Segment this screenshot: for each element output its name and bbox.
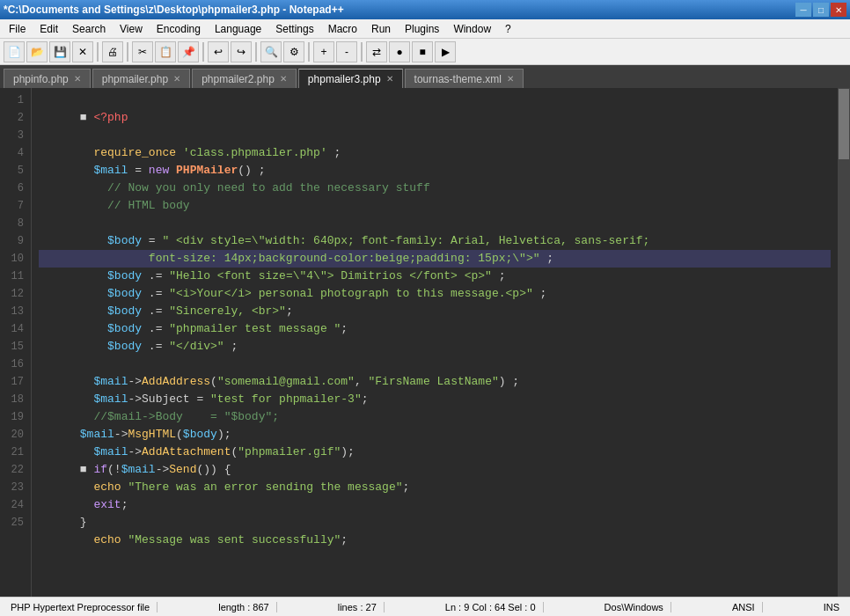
line-num-25: 25 bbox=[0, 514, 24, 532]
menu-help[interactable]: ? bbox=[498, 19, 518, 38]
toolbar-zoomout[interactable]: - bbox=[336, 41, 357, 62]
line-numbers: 1 2 3 4 5 6 7 8 9 10 11 12 13 14 15 16 1… bbox=[0, 88, 32, 597]
menu-edit[interactable]: Edit bbox=[33, 19, 65, 38]
code-line-1: ■ <?php bbox=[39, 92, 831, 109]
code-line-2 bbox=[39, 109, 831, 127]
toolbar-undo[interactable]: ↩ bbox=[208, 41, 229, 62]
line-num-1: 1 bbox=[0, 92, 24, 109]
toolbar-print[interactable]: 🖨 bbox=[102, 41, 123, 62]
toolbar-sync[interactable]: ⇄ bbox=[366, 41, 387, 62]
line-num-16: 16 bbox=[0, 356, 24, 373]
toolbar-cut[interactable]: ✂ bbox=[132, 41, 153, 62]
toolbar-paste[interactable]: 📌 bbox=[178, 41, 199, 62]
toolbar-sep-5 bbox=[308, 42, 310, 62]
code-line-24: echo "Message was sent successfully"; bbox=[39, 514, 831, 532]
line-num-24: 24 bbox=[0, 496, 24, 514]
toolbar-macro-stop[interactable]: ■ bbox=[412, 41, 433, 62]
line-num-5: 5 bbox=[0, 162, 24, 180]
toolbar-save[interactable]: 💾 bbox=[49, 41, 70, 62]
code-container: 1 2 3 4 5 6 7 8 9 10 11 12 13 14 15 16 1… bbox=[0, 88, 850, 597]
toolbar-macro-play[interactable]: ▶ bbox=[435, 41, 456, 62]
status-filetype: PHP Hypertext Preprocessor file bbox=[4, 602, 158, 612]
maximize-button[interactable]: □ bbox=[813, 3, 829, 17]
menu-run[interactable]: Run bbox=[364, 19, 398, 38]
code-line-15: $mail->AddAddress("somemail@gmail.com", … bbox=[39, 356, 831, 373]
status-ins: INS bbox=[817, 602, 846, 612]
scrollbar-thumb[interactable] bbox=[839, 89, 849, 159]
line-num-11: 11 bbox=[0, 268, 24, 285]
tab-phpmailer2[interactable]: phpmailer2.php ✕ bbox=[192, 69, 297, 88]
code-line-8: $body = " <div style=\"width: 640px; fon… bbox=[39, 215, 831, 232]
toolbar-zoomin[interactable]: + bbox=[313, 41, 334, 62]
line-num-10: 10 bbox=[0, 250, 24, 268]
tab-phpinfo[interactable]: phpinfo.php ✕ bbox=[4, 69, 91, 88]
line-num-21: 21 bbox=[0, 444, 24, 461]
line-num-3: 3 bbox=[0, 127, 24, 144]
toolbar-sep-6 bbox=[361, 42, 363, 62]
tab-close-tournas-theme[interactable]: ✕ bbox=[507, 74, 514, 84]
tab-phpmailer3[interactable]: phpmailer3.php ✕ bbox=[298, 69, 403, 88]
menu-settings[interactable]: Settings bbox=[268, 19, 320, 38]
toolbar-redo[interactable]: ↪ bbox=[231, 41, 252, 62]
minimize-button[interactable]: ─ bbox=[795, 3, 811, 17]
line-num-18: 18 bbox=[0, 391, 24, 408]
menu-language[interactable]: Language bbox=[208, 19, 268, 38]
line-num-19: 19 bbox=[0, 408, 24, 426]
tab-close-phpmailer2[interactable]: ✕ bbox=[280, 74, 287, 84]
toolbar-close[interactable]: ✕ bbox=[72, 41, 93, 62]
toolbar-replace[interactable]: ⚙ bbox=[283, 41, 304, 62]
tab-close-phpmailer[interactable]: ✕ bbox=[173, 74, 180, 84]
code-line-23: } bbox=[39, 496, 831, 514]
code-line-3: require_once 'class.phpmailer.php' ; bbox=[39, 127, 831, 144]
toolbar-sep-4 bbox=[255, 42, 257, 62]
tab-close-phpinfo[interactable]: ✕ bbox=[74, 74, 81, 84]
status-position: Ln : 9 Col : 64 Sel : 0 bbox=[438, 602, 544, 612]
status-encoding: Dos\Windows bbox=[597, 602, 671, 612]
tab-close-phpmailer3[interactable]: ✕ bbox=[386, 74, 393, 84]
line-num-14: 14 bbox=[0, 320, 24, 338]
tab-bar: phpinfo.php ✕ phpmailer.php ✕ phpmailer2… bbox=[0, 65, 850, 88]
close-button[interactable]: ✕ bbox=[831, 3, 846, 17]
menu-file[interactable]: File bbox=[2, 19, 33, 38]
line-num-15: 15 bbox=[0, 338, 24, 356]
toolbar-macro-rec[interactable]: ● bbox=[389, 41, 410, 62]
toolbar-new[interactable]: 📄 bbox=[4, 41, 25, 62]
toolbar-open[interactable]: 📂 bbox=[26, 41, 48, 62]
tab-phpmailer[interactable]: phpmailer.php ✕ bbox=[92, 69, 190, 88]
menu-window[interactable]: Window bbox=[446, 19, 498, 38]
menu-macro[interactable]: Macro bbox=[321, 19, 364, 38]
title-bar: *C:\Documents and Settings\z\Desktop\php… bbox=[0, 0, 850, 19]
toolbar-copy[interactable]: 📋 bbox=[155, 41, 176, 62]
line-num-7: 7 bbox=[0, 197, 24, 215]
toolbar-sep-2 bbox=[127, 42, 128, 62]
tab-tournas-theme[interactable]: tournas-theme.xml ✕ bbox=[405, 69, 524, 88]
status-length: length : 867 bbox=[211, 602, 277, 612]
toolbar-sep-1 bbox=[97, 42, 99, 62]
status-bar: PHP Hypertext Preprocessor file length :… bbox=[0, 597, 850, 616]
menu-view[interactable]: View bbox=[113, 19, 150, 38]
line-num-17: 17 bbox=[0, 373, 24, 391]
line-num-20: 20 bbox=[0, 426, 24, 444]
menu-bar: File Edit Search View Encoding Language … bbox=[0, 19, 850, 39]
line-num-6: 6 bbox=[0, 180, 24, 197]
line-num-8: 8 bbox=[0, 215, 24, 232]
line-num-12: 12 bbox=[0, 285, 24, 303]
menu-search[interactable]: Search bbox=[65, 19, 113, 38]
window-title: *C:\Documents and Settings\z\Desktop\php… bbox=[4, 4, 344, 16]
toolbar: 📄 📂 💾 ✕ 🖨 ✂ 📋 📌 ↩ ↪ 🔍 ⚙ + - ⇄ ● ■ ▶ bbox=[0, 39, 850, 65]
line-num-4: 4 bbox=[0, 144, 24, 162]
scrollbar-right[interactable] bbox=[838, 88, 850, 597]
line-num-13: 13 bbox=[0, 303, 24, 320]
status-lines: lines : 27 bbox=[331, 602, 385, 612]
menu-encoding[interactable]: Encoding bbox=[150, 19, 208, 38]
status-ansi: ANSI bbox=[725, 602, 763, 612]
toolbar-sep-3 bbox=[202, 42, 204, 62]
line-num-9: 9 bbox=[0, 232, 24, 250]
menu-plugins[interactable]: Plugins bbox=[398, 19, 446, 38]
line-num-22: 22 bbox=[0, 461, 24, 479]
line-num-2: 2 bbox=[0, 109, 24, 127]
code-area[interactable]: ■ <?php require_once 'class.phpmailer.ph… bbox=[32, 88, 838, 597]
line-num-23: 23 bbox=[0, 479, 24, 496]
toolbar-find[interactable]: 🔍 bbox=[260, 41, 282, 62]
window-controls: ─ □ ✕ bbox=[795, 3, 846, 17]
